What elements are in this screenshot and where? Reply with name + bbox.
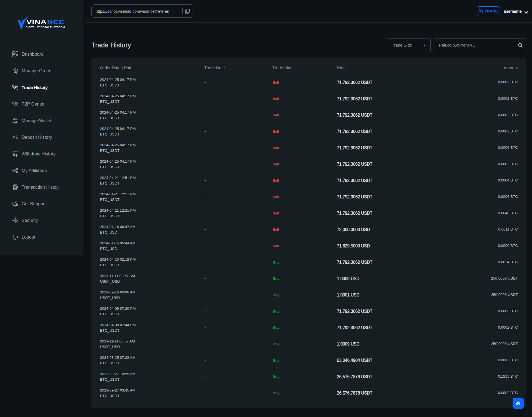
svg-text:DIGITAL TRADING PLATFORM: DIGITAL TRADING PLATFORM bbox=[26, 26, 65, 29]
svg-text:VINA: VINA bbox=[26, 19, 47, 25]
svg-text:NCE: NCE bbox=[47, 19, 64, 25]
